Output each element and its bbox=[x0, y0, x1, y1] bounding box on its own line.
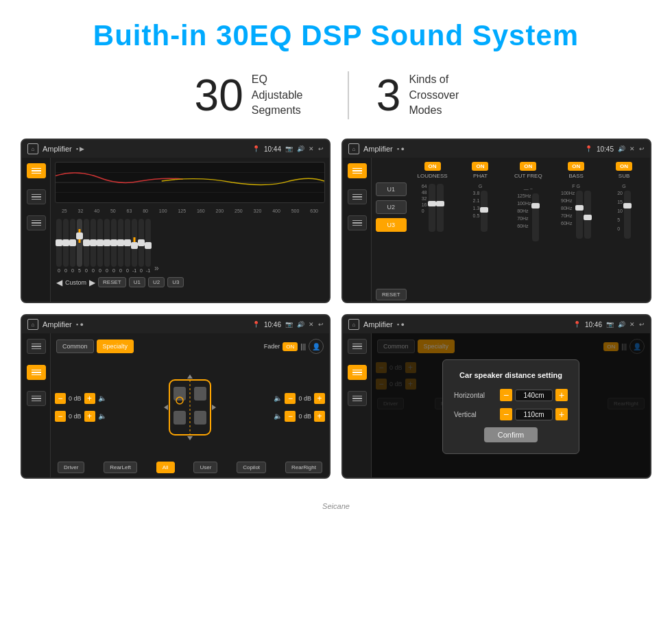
sidebar-vol-btn-4[interactable] bbox=[348, 391, 367, 406]
car-diagram bbox=[110, 373, 270, 442]
copilot-btn-3[interactable]: Copilot bbox=[237, 462, 266, 473]
sidebar-wave-btn-3[interactable] bbox=[27, 365, 46, 380]
u-buttons: U1 U2 U3 RESET bbox=[376, 162, 407, 300]
user-btn-3[interactable]: User bbox=[193, 462, 217, 473]
screen-sidebar-4 bbox=[343, 333, 372, 479]
cross-stat: 3 Kinds ofCrossover Modes bbox=[349, 72, 505, 118]
screen-eq: ⌂ Amplifier ▪ ▶ 📍 10:44 📷 🔊 ✕ ↩ bbox=[21, 139, 331, 303]
eq-slider-10[interactable]: 0 bbox=[125, 219, 130, 273]
dialog-title: Car speaker distance setting bbox=[454, 371, 568, 379]
screen-body-3: Common Specialty Fader ON ||| 👤 − 0 d bbox=[22, 333, 329, 479]
horizontal-minus[interactable]: − bbox=[500, 389, 512, 401]
u1-btn[interactable]: U1 bbox=[376, 182, 407, 196]
sidebar-wave-btn-4[interactable] bbox=[348, 365, 367, 380]
db-plus-bl[interactable]: + bbox=[84, 411, 95, 422]
sidebar-wave-btn[interactable] bbox=[27, 189, 46, 204]
eq-prev-btn[interactable]: ◀ bbox=[56, 278, 62, 287]
all-btn-3[interactable]: All bbox=[156, 462, 175, 473]
vertical-value: 110cm bbox=[515, 409, 553, 420]
topbar-right-3: 📍 10:46 📷 🔊 ✕ ↩ bbox=[252, 321, 324, 329]
db-plus-tr[interactable]: + bbox=[314, 393, 325, 404]
eq-slider-13[interactable]: -1 bbox=[145, 219, 151, 273]
topbar-time-3: 10:46 bbox=[264, 321, 281, 329]
home-icon-3[interactable]: ⌂ bbox=[27, 319, 38, 330]
topbar-title-2: Amplifier bbox=[363, 145, 393, 153]
db-minus-br[interactable]: − bbox=[285, 411, 296, 422]
back-icon-1: ↩ bbox=[318, 145, 324, 152]
eq-next-btn[interactable]: ▶ bbox=[89, 278, 95, 287]
common-tab-3[interactable]: Common bbox=[56, 339, 94, 353]
cross-reset-btn[interactable]: RESET bbox=[376, 289, 407, 300]
eq-slider-1[interactable]: 0 bbox=[63, 219, 69, 273]
sidebar-eq-btn-4[interactable] bbox=[348, 339, 367, 354]
sidebar-vol-btn[interactable] bbox=[27, 215, 46, 230]
sidebar-eq-btn-2[interactable] bbox=[348, 163, 367, 178]
home-icon-4[interactable]: ⌂ bbox=[348, 319, 359, 330]
screen-body-4: Common Specialty ON ||| 👤 − 0 dB + bbox=[343, 333, 650, 479]
watermark: Seicane bbox=[0, 499, 672, 513]
eq-slider-4[interactable]: 0 bbox=[84, 219, 89, 273]
topbar-title-4: Amplifier bbox=[363, 320, 393, 329]
driver-btn-3[interactable]: Driver bbox=[58, 462, 84, 473]
eq-bottom-bar: ◀ Custom ▶ RESET U1 U2 U3 bbox=[55, 277, 325, 287]
svg-rect-7 bbox=[194, 411, 206, 425]
ch-cutfreq: ON CUT FREQ — ~ 125Hz 100Hz 80Hz 70H bbox=[506, 162, 550, 300]
db-plus-tl[interactable]: + bbox=[84, 393, 95, 404]
eq-u1-btn[interactable]: U1 bbox=[129, 277, 145, 287]
eq-slider-11[interactable]: -1 bbox=[132, 219, 137, 273]
topbar-title-1: Amplifier bbox=[43, 145, 72, 153]
eq-reset-btn[interactable]: RESET bbox=[98, 277, 126, 287]
sidebar-vol-btn-3[interactable] bbox=[27, 391, 46, 406]
db-minus-bl[interactable]: − bbox=[55, 411, 66, 422]
home-icon-1[interactable]: ⌂ bbox=[27, 143, 38, 154]
screen-crossover: ⌂ Amplifier ▪ ● 📍 10:45 🔊 ✕ ↩ bbox=[341, 139, 651, 303]
horizontal-value: 140cm bbox=[515, 390, 553, 401]
rear-right-btn-3[interactable]: RearRight bbox=[285, 462, 322, 473]
topbar-right-4: 📍 10:46 📷 🔊 ✕ ↩ bbox=[573, 321, 645, 329]
topbar-time-2: 10:45 bbox=[597, 145, 614, 153]
eq-slider-2[interactable]: 0 bbox=[70, 219, 75, 273]
page-header: Buith-in 30EQ DSP Sound System bbox=[0, 0, 672, 64]
u3-btn[interactable]: U3 bbox=[376, 218, 407, 232]
eq-arrows: » bbox=[153, 263, 160, 273]
vertical-plus[interactable]: + bbox=[555, 408, 568, 420]
home-icon-2[interactable]: ⌂ bbox=[348, 143, 359, 154]
sidebar-vol-btn-2[interactable] bbox=[348, 215, 367, 230]
eq-u3-btn[interactable]: U3 bbox=[167, 277, 184, 287]
screen-main-3: Common Specialty Fader ON ||| 👤 − 0 d bbox=[51, 333, 329, 479]
confirm-button[interactable]: Confirm bbox=[484, 427, 538, 442]
eq-slider-6[interactable]: 0 bbox=[97, 219, 103, 273]
speaker-layout-area: − 0 dB + 🔈 − 0 dB + 🔈 bbox=[55, 359, 325, 455]
horizontal-label: Horizontal bbox=[454, 392, 492, 399]
sidebar-wave-btn-2[interactable] bbox=[348, 189, 367, 204]
screen-body-1: 25 32 40 50 63 80 100 125 160 200 250 32… bbox=[22, 158, 329, 303]
db-plus-br[interactable]: + bbox=[314, 411, 325, 422]
eq-u2-btn[interactable]: U2 bbox=[148, 277, 165, 287]
rear-left-btn-3[interactable]: RearLeft bbox=[104, 462, 137, 473]
eq-slider-9[interactable]: 0 bbox=[118, 219, 123, 273]
distance-dialog: Car speaker distance setting Horizontal … bbox=[442, 359, 579, 454]
specialty-tab-3[interactable]: Specialty bbox=[97, 339, 134, 353]
vertical-minus[interactable]: − bbox=[500, 408, 512, 420]
ch-sub: ON SUB G 20 15 10 5 0 bbox=[602, 162, 646, 300]
eq-slider-3[interactable]: 5 bbox=[77, 219, 82, 273]
eq-slider-5[interactable]: 0 bbox=[91, 219, 96, 273]
eq-slider-7[interactable]: 0 bbox=[104, 219, 110, 273]
db-minus-tr[interactable]: − bbox=[285, 393, 296, 404]
volume-icon-1: 🔊 bbox=[297, 145, 304, 152]
eq-slider-8[interactable]: 0 bbox=[111, 219, 117, 273]
vertical-input: − 110cm + bbox=[500, 408, 568, 420]
eq-slider-0[interactable]: 0 bbox=[56, 219, 62, 273]
eq-freq-labels: 25 32 40 50 63 80 100 125 160 200 250 32… bbox=[55, 207, 325, 215]
sidebar-eq-btn[interactable] bbox=[27, 163, 46, 178]
db-minus-tl[interactable]: − bbox=[55, 393, 66, 404]
fader-label-3: Fader bbox=[264, 343, 280, 350]
eq-custom-label: Custom bbox=[65, 279, 86, 286]
sidebar-eq-btn-3[interactable] bbox=[27, 339, 46, 354]
eq-sliders: 0 0 0 bbox=[55, 219, 325, 273]
u2-btn[interactable]: U2 bbox=[376, 200, 407, 214]
right-db-controls: 🔈 − 0 dB + 🔈 − 0 dB + bbox=[274, 393, 325, 422]
svg-marker-13 bbox=[212, 405, 216, 410]
horizontal-plus[interactable]: + bbox=[555, 389, 568, 401]
eq-slider-12[interactable]: 0 bbox=[139, 219, 144, 273]
